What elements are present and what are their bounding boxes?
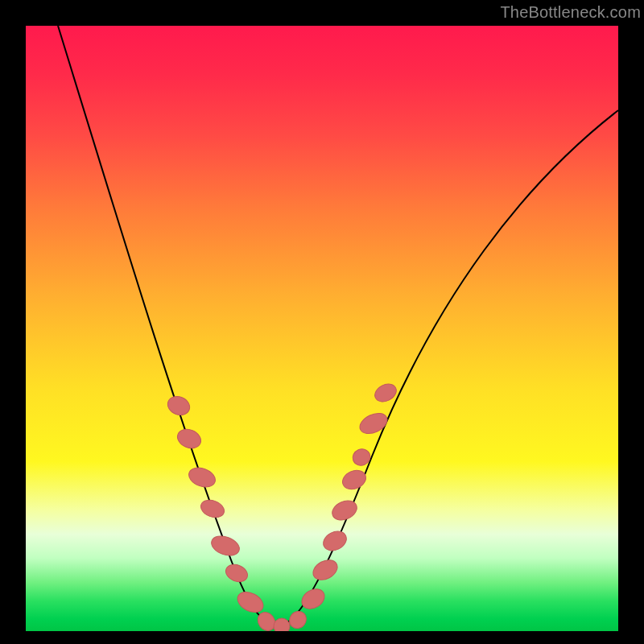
curve-marker xyxy=(208,533,242,559)
curve-marker xyxy=(340,467,369,493)
chart-svg xyxy=(26,26,618,631)
curve-marker xyxy=(357,409,390,437)
curve-marker xyxy=(329,497,360,523)
curve-marker xyxy=(198,497,226,520)
curve-marker xyxy=(186,464,217,490)
curve-marker xyxy=(320,528,350,555)
curve-marker xyxy=(165,394,192,419)
watermark-text: TheBottleneck.com xyxy=(500,3,641,22)
curve-markers-group xyxy=(165,381,399,631)
outer-frame: TheBottleneck.com xyxy=(0,0,644,644)
curve-marker xyxy=(274,618,290,631)
curve-marker xyxy=(310,556,341,584)
curve-marker xyxy=(298,585,328,613)
curve-marker xyxy=(223,561,250,584)
curve-marker xyxy=(234,588,266,616)
plot-area xyxy=(26,26,618,631)
curve-marker xyxy=(175,426,204,452)
